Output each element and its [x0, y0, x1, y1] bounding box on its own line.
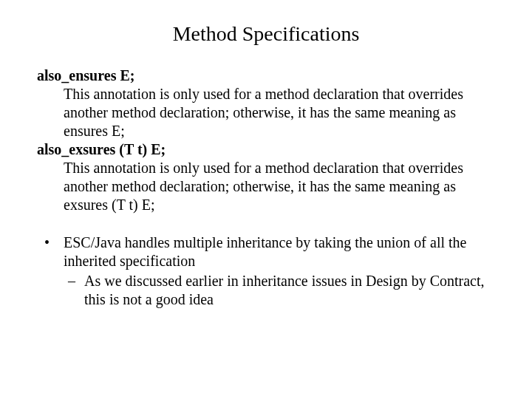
bullet-list: ESC/Java handles multiple inheritance by… — [37, 233, 495, 309]
spec-term: also_exsures (T t) E; — [37, 140, 495, 159]
page-title: Method Specifications — [37, 22, 495, 46]
spec-description: This annotation is only used for a metho… — [64, 159, 495, 214]
slide: Method Specifications also_ensures E; Th… — [0, 0, 532, 399]
spec-description: This annotation is only used for a metho… — [64, 85, 495, 140]
spec-term: also_ensures E; — [37, 66, 495, 85]
sub-bullet-list: As we discussed earlier in inheritance i… — [64, 272, 495, 309]
list-item-text: ESC/Java handles multiple inheritance by… — [64, 234, 466, 269]
sub-list-item: As we discussed earlier in inheritance i… — [64, 272, 495, 309]
sub-list-item-text: As we discussed earlier in inheritance i… — [84, 273, 485, 307]
specifications-block: also_ensures E; This annotation is only … — [37, 66, 495, 214]
list-item: ESC/Java handles multiple inheritance by… — [37, 233, 495, 309]
